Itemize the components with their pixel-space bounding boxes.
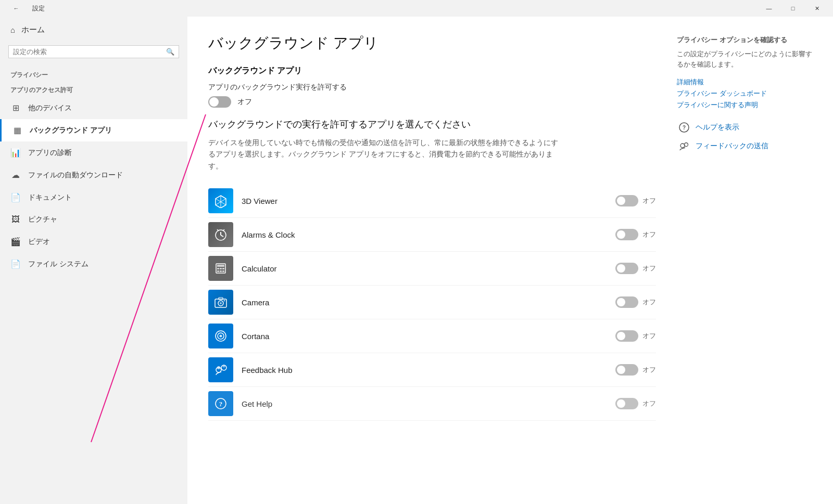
app-toggle-calculator: オフ [615, 263, 656, 274]
app-icon-3dviewer [208, 188, 233, 213]
section-title: バックグラウンド アプリ [208, 66, 656, 76]
toggle-cortana[interactable] [615, 330, 638, 342]
help-icon: ? [677, 120, 691, 135]
svg-text:?: ? [683, 125, 686, 131]
titlebar-title: 設定 [32, 4, 45, 13]
sidebar: ⌂ ホーム 🔍 プライバシー アプリのアクセス許可 ⊞ 他のデバイス ▦ バック… [0, 17, 187, 504]
link-privacy-statement[interactable]: プライバシーに関する声明 [677, 100, 812, 110]
app-diagnostics-icon: 📊 [10, 148, 21, 158]
sidebar-item-file-download[interactable]: ☁ ファイルの自動ダウンロード [0, 164, 187, 186]
pictures-icon: 🖼 [10, 215, 21, 224]
toggle-feedback[interactable] [615, 364, 638, 376]
app-name-cortana: Cortana [242, 332, 615, 341]
sidebar-item-label: ファイルの自動ダウンロード [28, 171, 123, 180]
search-box[interactable]: 🔍 [8, 45, 179, 58]
toggle-knob [617, 332, 625, 340]
toggle-alarms[interactable] [615, 229, 638, 240]
sidebar-right-desc: この設定がプライバシーにどのように影響するかを確認します。 [677, 49, 812, 69]
svg-point-28 [223, 365, 225, 368]
settings-window: ← 設定 — □ ✕ ⌂ ホーム 🔍 プライバシー アプリのアクセス許可 ⊞ [0, 0, 833, 504]
svg-rect-10 [217, 265, 224, 267]
content: ⌂ ホーム 🔍 プライバシー アプリのアクセス許可 ⊞ 他のデバイス ▦ バック… [0, 17, 833, 504]
app-row-cortana: Cortana オフ [208, 319, 656, 353]
minimize-button[interactable]: — [757, 0, 781, 17]
other-devices-icon: ⊞ [10, 103, 21, 113]
background-apps-icon: ▦ [12, 125, 22, 135]
feedback-icon [677, 139, 691, 153]
titlebar-controls: — □ ✕ [757, 0, 829, 17]
feedback-action-row[interactable]: フィードバックの送信 [677, 139, 812, 153]
toggle-knob [617, 264, 625, 273]
back-button[interactable]: ← [4, 0, 28, 17]
app-list: 3D Viewer オフ [208, 184, 656, 421]
app-toggle-camera: オフ [615, 296, 656, 308]
toggle-knob [617, 399, 625, 408]
svg-text:?: ? [219, 400, 223, 408]
titlebar: ← 設定 — □ ✕ [0, 0, 833, 17]
close-button[interactable]: ✕ [805, 0, 829, 17]
apps-section-title: バックグラウンドでの実行を許可するアプリを選んでください [208, 118, 656, 131]
toggle-gethelp[interactable] [615, 398, 638, 409]
help-action-row[interactable]: ? ヘルプを表示 [677, 120, 812, 135]
toggle-main-description: アプリのバックグラウンド実行を許可する [208, 83, 656, 92]
toggle-3dviewer[interactable] [615, 195, 638, 206]
app-icon-alarms [208, 222, 233, 247]
sidebar-item-documents[interactable]: 📄 ドキュメント [0, 186, 187, 209]
app-row-3dviewer: 3D Viewer オフ [208, 184, 656, 218]
toggle-state-calculator: オフ [642, 264, 656, 273]
sidebar-item-app-diagnostics[interactable]: 📊 アプリの診断 [0, 141, 187, 164]
search-input[interactable] [13, 48, 166, 56]
apps-access-section-title: アプリのアクセス許可 [0, 82, 187, 97]
app-toggle-cortana: オフ [615, 330, 656, 342]
toggle-knob [617, 366, 625, 374]
help-action: ? ヘルプを表示 フィードバックの送信 [677, 120, 812, 153]
sidebar-item-label: ピクチャ [28, 215, 57, 224]
svg-point-24 [220, 335, 222, 338]
documents-icon: 📄 [10, 192, 21, 202]
toggle-state-feedback: オフ [642, 365, 656, 374]
sidebar-right-title: プライバシー オプションを確認する [677, 35, 812, 45]
link-details[interactable]: 詳細情報 [677, 77, 812, 87]
svg-point-26 [217, 366, 220, 369]
titlebar-left: ← 設定 [4, 0, 45, 17]
svg-point-33 [680, 144, 685, 148]
toggle-knob [617, 298, 625, 306]
toggle-state-camera: オフ [642, 298, 656, 307]
app-row-camera: Camera オフ [208, 286, 656, 319]
filesystem-icon: 📄 [10, 259, 21, 269]
app-icon-gethelp: ? [208, 391, 233, 416]
toggle-state-cortana: オフ [642, 331, 656, 341]
sidebar-item-label: ファイル システム [28, 260, 89, 269]
help-label[interactable]: ヘルプを表示 [696, 123, 739, 132]
home-icon: ⌂ [10, 25, 15, 34]
app-toggle-3dviewer: オフ [615, 195, 656, 206]
app-row-alarms: Alarms & Clock オフ [208, 218, 656, 252]
sidebar-item-label: 他のデバイス [28, 104, 72, 113]
sidebar-home-item[interactable]: ⌂ ホーム [0, 17, 187, 43]
sidebar-item-background-apps[interactable]: ▦ バックグラウンド アプリ [0, 119, 187, 141]
toggle-calculator[interactable] [615, 263, 638, 274]
svg-rect-16 [222, 270, 224, 272]
main-toggle-state: オフ [237, 97, 252, 107]
app-toggle-feedback: オフ [615, 364, 656, 376]
sidebar-right: プライバシー オプションを確認する この設定がプライバシーにどのように影響するか… [677, 33, 812, 483]
sidebar-item-videos[interactable]: 🎬 ビデオ [0, 230, 187, 253]
main-toggle-row: オフ [208, 96, 656, 108]
toggle-state-3dviewer: オフ [642, 196, 656, 205]
toggle-camera[interactable] [615, 296, 638, 308]
file-download-icon: ☁ [10, 170, 21, 180]
sidebar-item-filesystem[interactable]: 📄 ファイル システム [0, 253, 187, 275]
app-icon-calculator [208, 256, 233, 281]
sidebar-item-label: ビデオ [28, 237, 50, 247]
app-name-feedback: Feedback Hub [242, 366, 615, 374]
link-privacy-dashboard[interactable]: プライバシー ダッシュボード [677, 89, 812, 98]
sidebar-item-label: ドキュメント [28, 193, 72, 202]
app-row-calculator: Calculator オフ [208, 252, 656, 286]
maximize-button[interactable]: □ [781, 0, 805, 17]
feedback-label[interactable]: フィードバックの送信 [696, 141, 768, 151]
main-background-toggle[interactable] [208, 96, 231, 108]
app-icon-feedback [208, 357, 233, 382]
sidebar-item-other-devices[interactable]: ⊞ 他のデバイス [0, 97, 187, 119]
sidebar-item-pictures[interactable]: 🖼 ピクチャ [0, 209, 187, 230]
svg-rect-12 [220, 268, 222, 269]
